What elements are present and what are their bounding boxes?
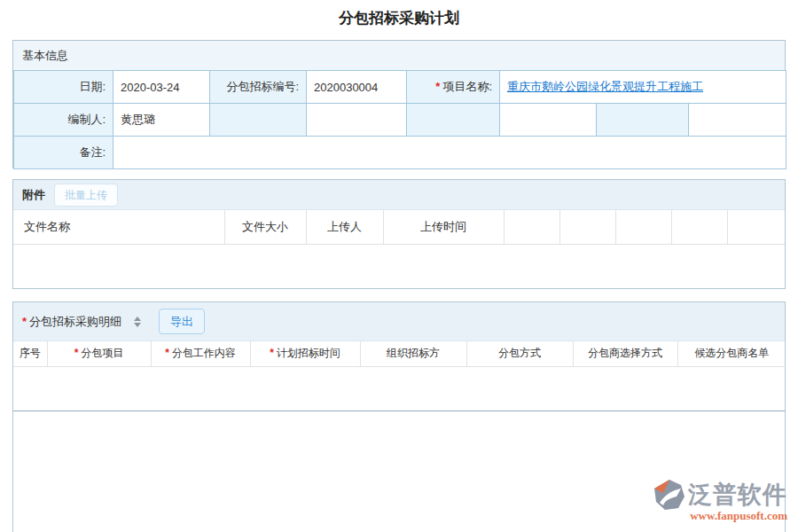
author-label: 编制人: bbox=[14, 104, 113, 137]
required-mark: * bbox=[74, 347, 79, 359]
export-button[interactable]: 导出 bbox=[159, 309, 205, 334]
detail-header-row: 序号 *分包项目 *分包工作内容 *计划招标时间 组织招标方 分包方式 分包商选… bbox=[13, 341, 786, 366]
empty-value-cell bbox=[307, 104, 407, 137]
required-mark: * bbox=[22, 315, 27, 328]
basic-info-grid: 日期: 2020-03-24 分包招标编号: 2020030004 *项目名称:… bbox=[13, 70, 786, 169]
col-work-content: *分包工作内容 bbox=[151, 341, 250, 366]
basic-info-row-2: 编制人: 黄思璐 bbox=[14, 104, 786, 137]
date-label: 日期: bbox=[14, 71, 113, 104]
required-mark: * bbox=[435, 80, 440, 93]
empty-label-cell bbox=[597, 104, 689, 137]
basic-info-header: 基本信息 bbox=[13, 41, 785, 70]
col-empty bbox=[504, 210, 559, 244]
col-seq: 序号 bbox=[13, 341, 47, 366]
empty-label-cell bbox=[210, 104, 307, 137]
empty-label-cell bbox=[407, 104, 500, 137]
attachments-title: 附件 bbox=[22, 187, 45, 203]
project-name-link[interactable]: 重庆市鹅岭公园绿化景观提升工程施工 bbox=[507, 80, 703, 93]
author-value: 黄思璐 bbox=[113, 104, 210, 137]
attachments-section: 附件 批量上传 文件名称 文件大小 上传人 上传时间 bbox=[12, 179, 786, 289]
col-upload-time: 上传时间 bbox=[383, 210, 504, 244]
basic-info-row-1: 日期: 2020-03-24 分包招标编号: 2020030004 *项目名称:… bbox=[14, 71, 786, 104]
vendor-logo: 泛普软件 www.fanpusoft.com bbox=[653, 479, 787, 523]
col-file-name: 文件名称 bbox=[13, 210, 224, 244]
vendor-name: 泛普软件 bbox=[688, 479, 787, 511]
vendor-url: www.fanpusoft.com bbox=[690, 509, 787, 523]
project-name-label: *项目名称: bbox=[407, 71, 500, 104]
bid-no-value: 2020030004 bbox=[307, 71, 407, 104]
page-title: 分包招标采购计划 bbox=[0, 8, 798, 28]
detail-table: 序号 *分包项目 *分包工作内容 *计划招标时间 组织招标方 分包方式 分包商选… bbox=[13, 341, 786, 367]
empty-value-cell bbox=[500, 104, 597, 137]
col-selection-method: 分包商选择方式 bbox=[573, 341, 677, 366]
col-uploader: 上传人 bbox=[306, 210, 383, 244]
date-value: 2020-03-24 bbox=[113, 71, 210, 104]
basic-info-title: 基本信息 bbox=[22, 48, 68, 64]
required-mark: * bbox=[270, 347, 274, 359]
batch-upload-button[interactable]: 批量上传 bbox=[54, 184, 118, 207]
col-file-size: 文件大小 bbox=[224, 210, 306, 244]
empty-value-cell bbox=[689, 104, 786, 137]
col-subcontract-method: 分包方式 bbox=[466, 341, 573, 366]
col-empty bbox=[727, 210, 785, 244]
basic-info-row-3: 备注: bbox=[14, 137, 786, 169]
col-candidate-list: 候选分包商名单 bbox=[677, 341, 786, 366]
basic-info-section: 基本信息 日期: 2020-03-24 分包招标编号: 2020030004 *… bbox=[12, 40, 786, 168]
col-subcontract-item: *分包项目 bbox=[47, 341, 151, 366]
detail-header: *分包招标采购明细 导出 bbox=[13, 302, 785, 341]
project-name-cell: 重庆市鹅岭公园绿化景观提升工程施工 bbox=[500, 71, 786, 104]
col-planned-bid-time: *计划招标时间 bbox=[250, 341, 360, 366]
col-empty bbox=[615, 210, 671, 244]
attachments-table: 文件名称 文件大小 上传人 上传时间 bbox=[13, 210, 785, 245]
attachments-header-row: 文件名称 文件大小 上传人 上传时间 bbox=[13, 210, 785, 244]
remark-label: 备注: bbox=[14, 137, 113, 169]
col-empty bbox=[559, 210, 615, 244]
attachments-header: 附件 批量上传 bbox=[13, 180, 785, 210]
fanpu-logo-icon bbox=[653, 479, 685, 511]
detail-title: *分包招标采购明细 bbox=[22, 314, 121, 330]
detail-empty-row bbox=[13, 367, 785, 411]
required-mark: * bbox=[165, 347, 169, 359]
sort-icon[interactable] bbox=[134, 317, 141, 327]
bid-no-label: 分包招标编号: bbox=[210, 71, 307, 104]
col-empty bbox=[671, 210, 727, 244]
col-bid-organizer: 组织招标方 bbox=[360, 341, 466, 366]
remark-value bbox=[113, 137, 786, 169]
